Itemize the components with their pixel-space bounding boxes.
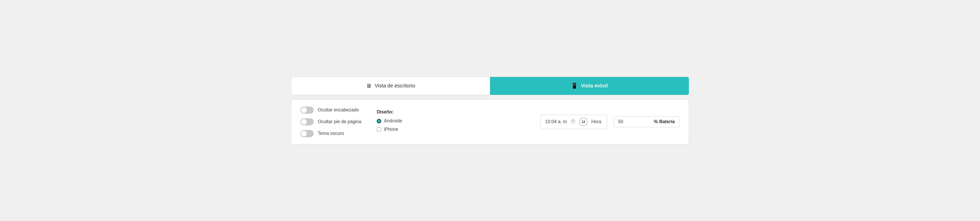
design-title: Diseño: [377, 109, 402, 115]
main-container: 🖥 Vista de escritorio 📱 Vista móvil Ocul… [291, 77, 689, 145]
desktop-view-label: Vista de escritorio [375, 83, 415, 89]
hour-label: Hora [591, 119, 602, 125]
toggle-slider [301, 107, 313, 114]
toggles-group: Ocultar encabezado Ocultar pie de página… [301, 107, 361, 137]
toggle-row-dark: Tema oscuro [301, 130, 361, 137]
radio-row-iphone: iPhone [377, 127, 402, 132]
time-value: 10:04 a. m [545, 119, 567, 125]
battery-value: 50 [618, 119, 646, 125]
hour-toggle[interactable]: 12 [579, 117, 588, 126]
battery-field: 50 % Batería [613, 116, 679, 127]
mobile-icon: 📱 [571, 82, 578, 89]
design-group: Diseño: Androide iPhone [377, 109, 402, 134]
mobile-view-label: Vista móvil [581, 83, 608, 89]
battery-label: % Batería [654, 119, 675, 125]
options-panel: Ocultar encabezado Ocultar pie de página… [291, 99, 689, 145]
toggle-row-header: Ocultar encabezado [301, 107, 361, 114]
radio-row-android: Androide [377, 118, 402, 124]
toggle-slider [301, 130, 313, 137]
android-label[interactable]: Androide [384, 118, 402, 124]
iphone-radio[interactable] [377, 127, 381, 132]
desktop-icon: 🖥 [366, 82, 372, 89]
hide-footer-toggle[interactable] [301, 118, 313, 125]
hour-knob: 12 [580, 118, 587, 125]
hide-header-toggle[interactable] [301, 107, 313, 114]
hide-header-label: Ocultar encabezado [318, 107, 359, 113]
mobile-view-button[interactable]: 📱 Vista móvil [490, 77, 689, 95]
toggle-row-footer: Ocultar pie de página [301, 118, 361, 125]
time-field: 10:04 a. m ⏱ 12 Hora [540, 115, 607, 129]
dark-theme-label: Tema oscuro [318, 131, 344, 136]
iphone-label[interactable]: iPhone [384, 127, 398, 132]
dark-theme-toggle[interactable] [301, 130, 313, 137]
hide-footer-label: Ocultar pie de página [318, 119, 361, 125]
clock-icon: ⏱ [570, 119, 576, 125]
fields-group: 10:04 a. m ⏱ 12 Hora 50 % Batería [540, 115, 679, 129]
view-toggle: 🖥 Vista de escritorio 📱 Vista móvil [291, 77, 689, 95]
toggle-slider [301, 118, 313, 125]
desktop-view-button[interactable]: 🖥 Vista de escritorio [291, 77, 490, 95]
android-radio[interactable] [377, 119, 381, 123]
